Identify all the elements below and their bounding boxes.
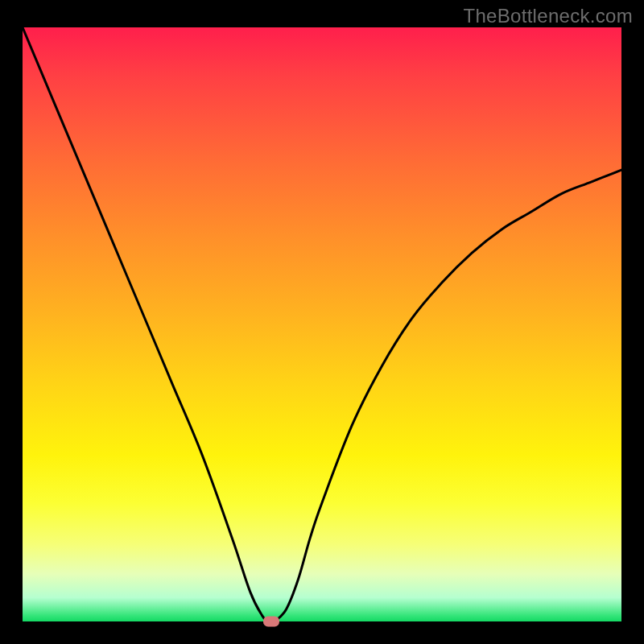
- minimum-marker: [263, 617, 279, 627]
- curve-svg: [23, 27, 621, 621]
- chart-frame: TheBottleneck.com: [0, 0, 644, 644]
- watermark-text: TheBottleneck.com: [463, 5, 633, 27]
- bottleneck-curve: [23, 27, 621, 621]
- plot-area: [23, 27, 621, 621]
